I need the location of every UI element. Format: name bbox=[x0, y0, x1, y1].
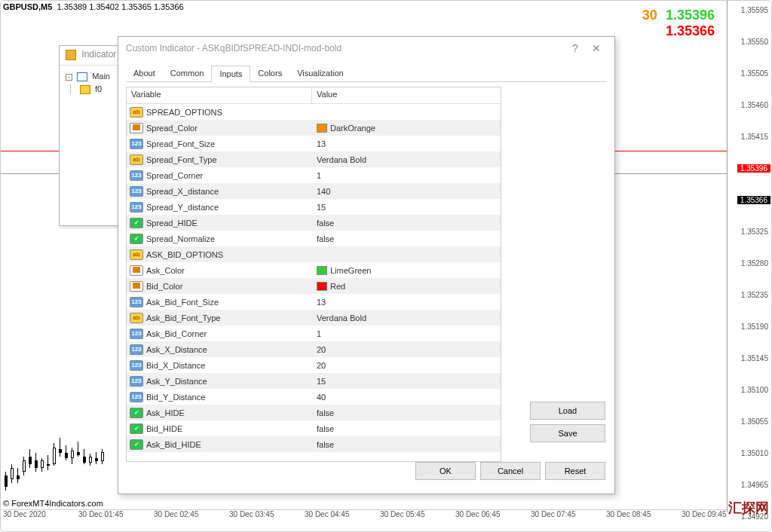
reset-button[interactable]: Reset bbox=[545, 462, 605, 480]
time-tick: 30 Dec 2020 bbox=[3, 510, 46, 518]
property-name: Spread_X_distance bbox=[146, 187, 219, 196]
tab-inputs[interactable]: Inputs bbox=[211, 66, 250, 82]
property-value[interactable]: false bbox=[312, 408, 501, 417]
bool-type-icon: ✓ bbox=[130, 408, 143, 418]
property-name: Spread_Font_Type bbox=[146, 155, 217, 164]
tab-visualization[interactable]: Visualization bbox=[290, 66, 351, 81]
property-row[interactable]: ✓Spread_Normalizefalse bbox=[127, 231, 501, 246]
bool-type-icon: ✓ bbox=[130, 218, 143, 228]
property-name: Ask_Bid_Font_Size bbox=[146, 298, 219, 307]
property-value[interactable]: 13 bbox=[312, 139, 501, 148]
help-button[interactable]: ? bbox=[565, 42, 586, 54]
ohlc-quotes: 1.35389 1.35402 1.35365 1.35366 bbox=[57, 2, 183, 11]
chart-symbol-header: GBPUSD,M5 1.35389 1.35402 1.35365 1.3536… bbox=[3, 2, 184, 11]
property-value[interactable]: 15 bbox=[312, 377, 501, 386]
property-name: Spread_Color bbox=[146, 124, 198, 133]
price-tick: 1.35190 bbox=[741, 323, 768, 331]
time-tick: 30 Dec 03:45 bbox=[229, 510, 274, 518]
property-row[interactable]: 123Ask_Bid_Corner1 bbox=[127, 326, 501, 341]
time-tick: 30 Dec 01:45 bbox=[78, 510, 124, 518]
tree-fn-label[interactable]: f0 bbox=[95, 84, 102, 93]
price-tick: 1.35010 bbox=[741, 449, 768, 457]
property-row[interactable]: 123Ask_Bid_Font_Size13 bbox=[127, 294, 501, 310]
tab-colors[interactable]: Colors bbox=[250, 66, 290, 81]
time-tick: 30 Dec 06:45 bbox=[455, 510, 501, 518]
price-tick: 1.35505 bbox=[741, 69, 768, 78]
property-row[interactable]: abASK_BID_OPTIONS bbox=[127, 246, 501, 262]
property-value[interactable]: 1 bbox=[312, 171, 501, 180]
property-name: Ask_Bid_HIDE bbox=[146, 440, 201, 449]
tab-common[interactable]: Common bbox=[163, 66, 212, 81]
property-row[interactable]: abSpread_Font_TypeVerdana Bold bbox=[127, 151, 501, 167]
close-button[interactable]: ✕ bbox=[586, 42, 607, 54]
property-name: Spread_Corner bbox=[146, 171, 203, 180]
column-value[interactable]: Value bbox=[312, 87, 501, 103]
property-row[interactable]: Bid_ColorRed bbox=[127, 278, 501, 294]
property-row[interactable]: ✓Bid_HIDEfalse bbox=[127, 420, 501, 436]
collapse-icon[interactable]: - bbox=[66, 74, 72, 81]
int-type-icon: 123 bbox=[130, 170, 143, 181]
save-button[interactable]: Save bbox=[530, 424, 605, 442]
property-row[interactable]: 123Spread_X_distance140 bbox=[127, 183, 501, 199]
int-type-icon: 123 bbox=[130, 360, 143, 371]
property-row[interactable]: 123Ask_Y_Distance15 bbox=[127, 373, 501, 389]
property-value[interactable]: LimeGreen bbox=[312, 266, 501, 275]
property-name: ASK_BID_OPTIONS bbox=[146, 250, 223, 259]
property-value[interactable]: 20 bbox=[312, 361, 501, 370]
int-type-icon: 123 bbox=[130, 376, 143, 387]
property-row[interactable]: Ask_ColorLimeGreen bbox=[127, 262, 501, 278]
time-tick: 30 Dec 02:45 bbox=[154, 510, 199, 518]
property-row[interactable]: 123Bid_X_Distance20 bbox=[127, 357, 501, 373]
chart-icon bbox=[77, 72, 87, 81]
property-value[interactable]: false bbox=[312, 234, 501, 243]
property-value[interactable]: false bbox=[312, 440, 501, 449]
property-value[interactable]: 13 bbox=[312, 298, 501, 307]
color-swatch bbox=[317, 266, 327, 275]
property-value[interactable]: false bbox=[312, 424, 501, 433]
property-value[interactable]: Verdana Bold bbox=[312, 313, 501, 323]
property-name: Bid_Y_Distance bbox=[146, 393, 205, 402]
property-name: Bid_HIDE bbox=[146, 424, 182, 433]
property-name: Ask_HIDE bbox=[146, 408, 185, 417]
property-value[interactable]: 1 bbox=[312, 329, 501, 338]
ok-button[interactable]: OK bbox=[415, 462, 476, 480]
property-value[interactable]: DarkOrange bbox=[312, 124, 501, 133]
property-value[interactable]: 140 bbox=[312, 187, 501, 196]
property-row[interactable]: ✓Ask_Bid_HIDEfalse bbox=[127, 436, 501, 452]
int-type-icon: 123 bbox=[130, 202, 143, 212]
str-type-icon: ab bbox=[130, 249, 143, 260]
property-row[interactable]: 123Spread_Font_Size13 bbox=[127, 136, 501, 151]
property-value[interactable]: 15 bbox=[312, 203, 501, 212]
dialog-titlebar[interactable]: Custom Indicator - ASKqBIDfSPREAD-INDI-m… bbox=[118, 37, 614, 60]
tab-about[interactable]: About bbox=[126, 66, 163, 81]
property-row[interactable]: 123Bid_Y_Distance40 bbox=[127, 389, 501, 405]
property-value[interactable]: 40 bbox=[312, 393, 501, 402]
column-variable[interactable]: Variable bbox=[127, 87, 312, 103]
property-row[interactable]: abAsk_Bid_Font_TypeVerdana Bold bbox=[127, 310, 501, 326]
bid-value: 1.35366 bbox=[642, 23, 715, 39]
time-tick: 30 Dec 09:45 bbox=[682, 510, 727, 518]
property-row[interactable]: ✓Spread_HIDEfalse bbox=[127, 215, 501, 231]
property-value[interactable]: false bbox=[312, 219, 501, 228]
time-tick: 30 Dec 05:45 bbox=[380, 510, 425, 518]
property-value[interactable]: Verdana Bold bbox=[312, 155, 501, 164]
property-name: Ask_Bid_Font_Type bbox=[146, 313, 220, 323]
property-row[interactable]: Spread_ColorDarkOrange bbox=[127, 120, 501, 136]
indicator-dialog[interactable]: Custom Indicator - ASKqBIDfSPREAD-INDI-m… bbox=[118, 36, 615, 494]
properties-table[interactable]: Variable Value abSPREAD_OPTIONSSpread_Co… bbox=[126, 87, 501, 462]
property-value[interactable]: Red bbox=[312, 282, 501, 291]
tree-main-label[interactable]: Main bbox=[92, 72, 110, 81]
property-name: Ask_Bid_Corner bbox=[146, 329, 207, 338]
property-row[interactable]: abSPREAD_OPTIONS bbox=[127, 104, 501, 120]
color-swatch bbox=[317, 124, 327, 133]
property-value[interactable]: 20 bbox=[312, 345, 501, 354]
cancel-button[interactable]: Cancel bbox=[480, 462, 541, 480]
load-button[interactable]: Load bbox=[530, 402, 605, 420]
property-row[interactable]: ✓Ask_HIDEfalse bbox=[127, 405, 501, 420]
price-tick: 1.35055 bbox=[741, 417, 768, 426]
property-row[interactable]: 123Spread_Corner1 bbox=[127, 167, 501, 183]
price-tick: 1.35325 bbox=[741, 228, 768, 236]
property-row[interactable]: 123Ask_X_Distance20 bbox=[127, 341, 501, 357]
property-name: Spread_Font_Size bbox=[146, 139, 215, 148]
property-row[interactable]: 123Spread_Y_distance15 bbox=[127, 199, 501, 215]
